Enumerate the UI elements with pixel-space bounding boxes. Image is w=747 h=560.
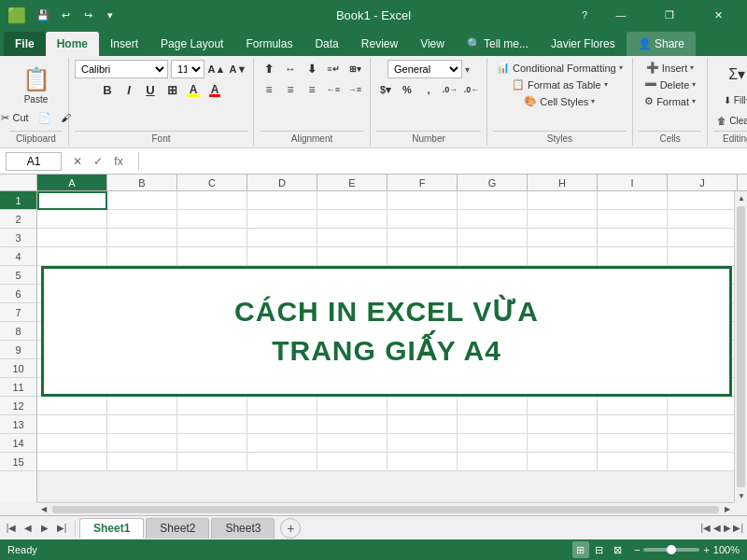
col-header-b[interactable]: B xyxy=(107,175,177,190)
cell-h1[interactable] xyxy=(528,191,598,210)
sheet-last-btn[interactable]: ▶| xyxy=(54,521,69,536)
cell-j14[interactable] xyxy=(668,434,738,453)
close-btn[interactable]: ✕ xyxy=(697,0,740,30)
cell-g2[interactable] xyxy=(458,210,528,229)
cell-i3[interactable] xyxy=(598,229,668,247)
format-as-table-btn[interactable]: 📋 Format as Table ▾ xyxy=(508,77,612,92)
cell-a13[interactable] xyxy=(37,415,107,434)
tab-data[interactable]: Data xyxy=(303,32,349,56)
row-num-3[interactable]: 3 xyxy=(0,229,36,247)
col-header-c[interactable]: C xyxy=(177,175,247,190)
cell-h15[interactable] xyxy=(528,453,598,471)
cell-a3[interactable] xyxy=(37,229,107,247)
cell-b3[interactable] xyxy=(107,229,177,247)
wrap-text-btn[interactable]: ≡↵ xyxy=(324,60,343,78)
cell-h14[interactable] xyxy=(528,434,598,453)
row-num-8[interactable]: 8 xyxy=(0,322,36,341)
customize-quick-btn[interactable]: ▾ xyxy=(101,6,120,24)
tab-review[interactable]: Review xyxy=(350,32,409,56)
cell-i2[interactable] xyxy=(598,210,668,229)
cell-a12[interactable] xyxy=(37,397,107,415)
col-header-i[interactable]: I xyxy=(598,175,668,190)
cell-a15[interactable] xyxy=(37,453,107,471)
cell-e14[interactable] xyxy=(317,434,388,453)
number-format-select[interactable]: General xyxy=(388,60,462,78)
row-num-11[interactable]: 11 xyxy=(0,378,36,397)
sheet-tab-sheet1[interactable]: Sheet1 xyxy=(79,518,144,539)
underline-btn[interactable]: U xyxy=(141,80,160,99)
tab-share[interactable]: 👤 Share xyxy=(627,32,696,56)
cell-g12[interactable] xyxy=(458,397,528,415)
formula-input[interactable] xyxy=(147,155,741,168)
align-middle-btn[interactable]: ↔ xyxy=(281,60,300,78)
row-num-15[interactable]: 15 xyxy=(0,453,36,471)
normal-view-btn[interactable]: ⊞ xyxy=(572,541,589,558)
tab-home[interactable]: Home xyxy=(46,32,99,56)
row-num-6[interactable]: 6 xyxy=(0,285,36,303)
row-num-13[interactable]: 13 xyxy=(0,415,36,434)
cell-h2[interactable] xyxy=(528,210,598,229)
tab-user[interactable]: Javier Flores xyxy=(540,32,627,56)
cell-f15[interactable] xyxy=(388,453,458,471)
row-num-2[interactable]: 2 xyxy=(0,210,36,229)
scroll-right-btn[interactable]: ▶ xyxy=(721,503,734,516)
cell-c14[interactable] xyxy=(177,434,247,453)
col-header-f[interactable]: F xyxy=(388,175,458,190)
row-num-14[interactable]: 14 xyxy=(0,434,36,453)
cell-j1[interactable] xyxy=(668,191,738,210)
cell-b15[interactable] xyxy=(107,453,177,471)
cell-d1[interactable] xyxy=(247,191,317,210)
paste-btn[interactable]: 📋 Paste xyxy=(20,63,53,107)
comma-btn[interactable]: , xyxy=(419,80,438,99)
insert-cells-btn[interactable]: ➕ Insert ▾ xyxy=(641,60,700,76)
border-btn[interactable]: ⊞ xyxy=(162,80,181,99)
zoom-plus-btn[interactable]: + xyxy=(703,544,709,555)
cell-g3[interactable] xyxy=(458,229,528,247)
scroll-thumb-v[interactable] xyxy=(737,206,745,487)
tab-file[interactable]: File xyxy=(4,32,46,56)
inc-decimal-btn[interactable]: .0→ xyxy=(441,80,459,99)
col-header-e[interactable]: E xyxy=(317,175,388,190)
cell-h4[interactable] xyxy=(528,247,598,266)
cell-g13[interactable] xyxy=(458,415,528,434)
cell-e15[interactable] xyxy=(317,453,388,471)
cell-g15[interactable] xyxy=(458,453,528,471)
scroll-down-btn[interactable]: ▼ xyxy=(735,489,747,502)
cell-d3[interactable] xyxy=(247,229,317,247)
cell-j2[interactable] xyxy=(668,210,738,229)
cell-a14[interactable] xyxy=(37,434,107,453)
tab-tell-me[interactable]: 🔍Tell me... xyxy=(456,32,540,56)
row-num-12[interactable]: 12 xyxy=(0,397,36,415)
cell-j15[interactable] xyxy=(668,453,738,471)
cell-a4[interactable] xyxy=(37,247,107,266)
decrease-font-btn[interactable]: A▼ xyxy=(229,60,247,78)
cell-g4[interactable] xyxy=(458,247,528,266)
font-color-btn[interactable]: A xyxy=(205,80,224,99)
cancel-formula-btn[interactable]: ✕ xyxy=(69,153,86,170)
bold-btn[interactable]: B xyxy=(98,80,117,99)
cell-c1[interactable] xyxy=(177,191,247,210)
add-sheet-btn[interactable]: + xyxy=(280,518,301,539)
decrease-indent-btn[interactable]: ←≡ xyxy=(324,80,343,99)
cell-styles-btn[interactable]: 🎨 Cell Styles ▾ xyxy=(520,93,599,109)
cell-h13[interactable] xyxy=(528,415,598,434)
col-header-d[interactable]: D xyxy=(247,175,317,190)
clear-btn[interactable]: 🗑 Clear▾ xyxy=(713,112,747,129)
vertical-scrollbar[interactable]: ▲ ▼ xyxy=(734,191,747,502)
zoom-minus-btn[interactable]: − xyxy=(634,544,640,555)
cell-j3[interactable] xyxy=(668,229,738,247)
scroll-up-btn[interactable]: ▲ xyxy=(735,191,747,204)
cell-d2[interactable] xyxy=(247,210,317,229)
align-center-btn[interactable]: ≡ xyxy=(281,80,300,99)
tab-insert[interactable]: Insert xyxy=(99,32,149,56)
cell-g1[interactable] xyxy=(458,191,528,210)
scroll-left-btn[interactable]: ◀ xyxy=(37,503,50,516)
cell-j4[interactable] xyxy=(668,247,738,266)
cell-i15[interactable] xyxy=(598,453,668,471)
cell-g14[interactable] xyxy=(458,434,528,453)
merge-btn[interactable]: ⊞▾ xyxy=(345,60,364,78)
cell-i13[interactable] xyxy=(598,415,668,434)
copy-btn[interactable]: 📄 xyxy=(35,109,55,126)
cell-c12[interactable] xyxy=(177,397,247,415)
cell-d13[interactable] xyxy=(247,415,317,434)
